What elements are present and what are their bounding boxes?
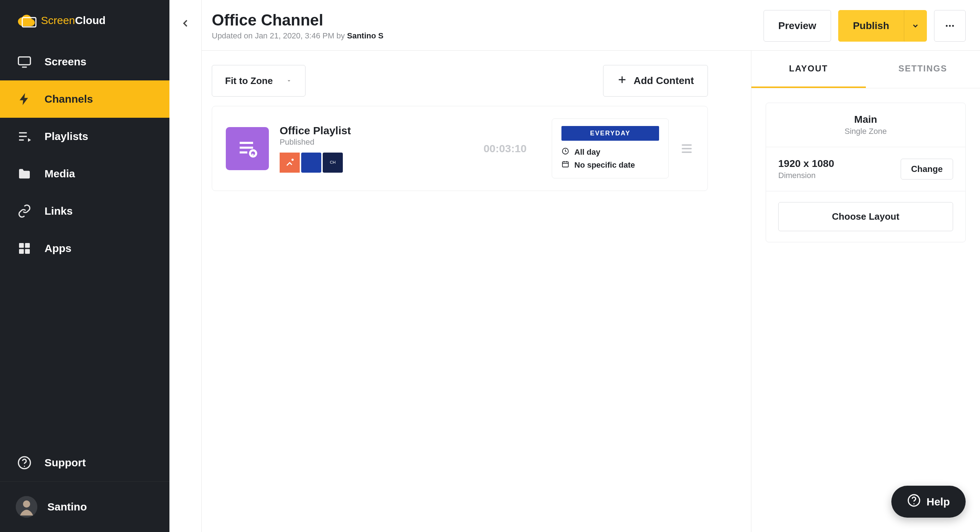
playlist-thumbs: CH <box>280 153 473 173</box>
folder-icon <box>17 167 32 181</box>
sidebar-item-label: Screens <box>45 56 86 68</box>
change-dimension-button[interactable]: Change <box>900 159 953 180</box>
right-panel: LAYOUT SETTINGS Main Single Zone 1920 x … <box>751 51 980 532</box>
user-name: Santino <box>48 501 87 513</box>
avatar <box>16 496 37 518</box>
svg-point-15 <box>291 159 294 161</box>
fit-select[interactable]: Fit to Zone <box>212 65 305 97</box>
svg-point-13 <box>250 150 256 156</box>
sidebar-item-playlists[interactable]: Playlists <box>0 118 169 155</box>
dimension-value: 1920 x 1080 <box>778 158 900 169</box>
tab-layout[interactable]: LAYOUT <box>751 51 866 88</box>
main: Office Channel Updated on Jan 21, 2020, … <box>169 0 980 532</box>
thumb-3: CH <box>323 153 343 173</box>
help-label: Help <box>926 496 950 508</box>
bolt-icon <box>17 92 32 106</box>
plus-icon <box>617 75 627 87</box>
sidebar-item-screens[interactable]: Screens <box>0 43 169 80</box>
svg-rect-5 <box>25 249 30 254</box>
sidebar-item-label: Support <box>45 457 86 469</box>
playlist-status: Published <box>280 137 473 147</box>
schedule-box[interactable]: EVERYDAY All day <box>552 118 669 178</box>
svg-point-12 <box>952 25 954 27</box>
fit-select-label: Fit to Zone <box>225 75 273 86</box>
svg-point-19 <box>913 503 914 504</box>
content-column: Office Channel Updated on Jan 21, 2020, … <box>202 0 980 532</box>
svg-point-9 <box>23 500 30 508</box>
link-icon <box>17 204 32 218</box>
logo-text: ScreenCloud <box>41 14 105 27</box>
back-column <box>169 0 202 532</box>
sidebar-item-links[interactable]: Links <box>0 193 169 230</box>
svg-rect-17 <box>563 162 569 167</box>
sidebar-item-apps[interactable]: Apps <box>0 230 169 267</box>
svg-point-7 <box>24 465 25 467</box>
schedule-badge: EVERYDAY <box>562 126 659 141</box>
publish-button[interactable]: Publish <box>838 10 904 41</box>
apps-icon <box>17 241 32 256</box>
logo[interactable]: ScreenCloud <box>0 0 169 43</box>
right-tabs: LAYOUT SETTINGS <box>751 51 980 88</box>
add-content-label: Add Content <box>633 75 694 86</box>
sidebar-item-channels[interactable]: Channels <box>0 80 169 118</box>
playlist-icon <box>17 129 32 143</box>
svg-point-11 <box>949 25 951 27</box>
sidebar-item-support[interactable]: Support <box>0 444 169 481</box>
caret-down-icon <box>286 75 292 86</box>
svg-rect-2 <box>19 243 24 248</box>
playlist-duration: 00:03:10 <box>484 142 527 155</box>
publish-group: Publish <box>838 10 927 41</box>
playlist-title: Office Playlist <box>280 124 473 137</box>
clock-icon <box>562 147 570 157</box>
choose-layout-button[interactable]: Choose Layout <box>778 202 953 231</box>
help-icon <box>17 456 32 470</box>
more-button[interactable] <box>934 10 966 41</box>
dimension-label: Dimension <box>778 171 900 180</box>
tab-settings[interactable]: SETTINGS <box>866 51 980 88</box>
calendar-icon <box>562 160 570 170</box>
svg-rect-1 <box>18 57 30 65</box>
svg-point-10 <box>946 25 948 27</box>
page-title: Office Channel <box>212 11 764 29</box>
sidebar-item-label: Media <box>45 168 75 180</box>
help-badge-icon <box>907 494 921 510</box>
logo-icon <box>17 15 35 26</box>
schedule-allday: All day <box>562 147 659 157</box>
schedule-nodate: No specific date <box>562 160 659 170</box>
header: Office Channel Updated on Jan 21, 2020, … <box>202 0 980 51</box>
thumb-2 <box>301 153 321 173</box>
thumb-1 <box>280 153 300 173</box>
layout-card: Main Single Zone 1920 x 1080 Dimension C… <box>766 103 966 242</box>
drag-handle-icon[interactable] <box>679 144 694 153</box>
sidebar-item-label: Apps <box>45 242 72 255</box>
monitor-icon <box>17 54 32 69</box>
zone-name: Main <box>778 114 953 125</box>
sidebar-nav: Screens Channels Playlists Media <box>0 43 169 267</box>
playlist-card[interactable]: Office Playlist Published CH 00:03:10 <box>212 106 708 191</box>
playlist-card-icon <box>226 127 269 170</box>
user-row[interactable]: Santino <box>0 481 169 532</box>
svg-rect-3 <box>25 243 30 248</box>
add-content-button[interactable]: Add Content <box>603 65 708 97</box>
sidebar-item-media[interactable]: Media <box>0 155 169 193</box>
sidebar-item-label: Channels <box>45 93 93 105</box>
sidebar-item-label: Links <box>45 205 73 217</box>
sidebar: ScreenCloud Screens Channels Playlists <box>0 0 169 532</box>
preview-button[interactable]: Preview <box>764 10 831 41</box>
zone-type: Single Zone <box>778 127 953 136</box>
sidebar-item-label: Playlists <box>45 130 88 142</box>
back-button[interactable] <box>179 16 192 30</box>
canvas: Fit to Zone Add Content <box>202 51 751 532</box>
svg-rect-4 <box>19 249 24 254</box>
publish-dropdown[interactable] <box>904 10 927 41</box>
help-widget[interactable]: Help <box>891 486 966 518</box>
page-subtitle: Updated on Jan 21, 2020, 3:46 PM by Sant… <box>212 31 764 41</box>
